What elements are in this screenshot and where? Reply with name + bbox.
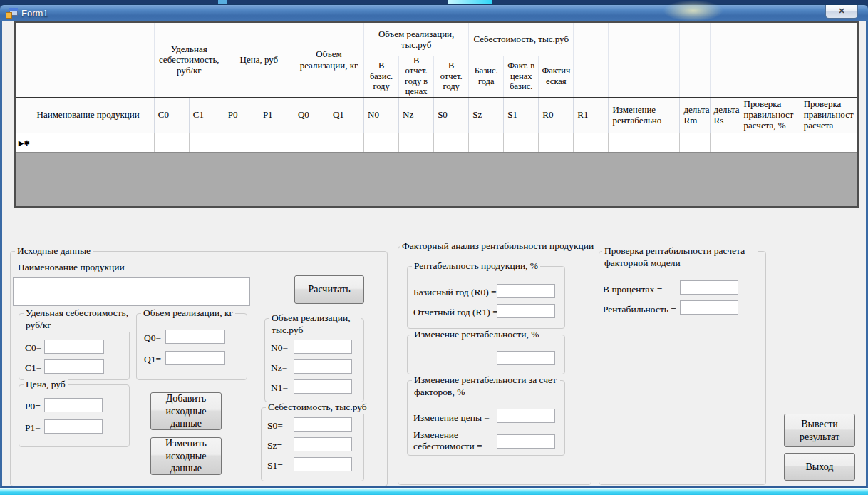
groupbox-izmenenie-rentabelnosti: Изменение рентабельности, % <box>407 335 565 374</box>
groupbox-faktorny: Факторный анализ рентабильности продукци… <box>398 246 591 485</box>
izmenenie-sebestoimosti-input[interactable] <box>497 434 555 449</box>
col-header-p1[interactable]: P1 <box>259 98 294 133</box>
col-header-delta-rm[interactable]: дельта Rm <box>680 98 710 133</box>
subheader-bazis-godu: В базис. году <box>364 56 399 98</box>
subheader-fakticheskaya: Фактич еская <box>539 56 574 98</box>
groupbox-obem-kg: Объем реализации, кг Q0= Q1= <box>136 313 247 380</box>
grid-header-empty <box>740 23 800 98</box>
grid-cell-selected[interactable] <box>33 133 154 153</box>
groupbox-iskhodnye-legend: Исходные данные <box>15 245 93 257</box>
r1-result-input[interactable] <box>497 304 555 318</box>
groupbox-obem-kg-legend: Объем реализации, кг <box>141 307 235 320</box>
groupbox-izmenenie-legend: Изменение рентабельности, % <box>412 329 541 341</box>
form-body: Удельная себестоимость, руб/кг Цена, руб… <box>0 21 868 488</box>
col-header-r1[interactable]: R1 <box>574 98 609 133</box>
col-header-s0[interactable]: S0 <box>434 98 469 133</box>
col-header-proverka[interactable]: Проверка правильност расчета <box>800 98 857 133</box>
r0-result-input[interactable] <box>497 284 555 298</box>
col-header-delta-rs[interactable]: дельта Rs <box>710 98 740 133</box>
grid-cell[interactable] <box>800 133 857 153</box>
n1-input[interactable] <box>294 379 352 394</box>
window-title: Form1 <box>21 8 48 19</box>
s1-input[interactable] <box>294 457 352 471</box>
n0-input[interactable] <box>294 340 352 354</box>
groupbox-cena: Цена, руб P0= P1= <box>19 384 130 447</box>
izmenenie-rentabelnosti-input[interactable] <box>497 351 555 365</box>
subheader-otchet-godu: В отчет. году <box>434 56 469 98</box>
form-icon-square <box>6 12 12 19</box>
groupbox-sebestoimost: Себестоимость, тыс.руб S0= Sz= S1= <box>261 407 364 481</box>
p1-label: P1= <box>25 422 41 434</box>
rentabilnost-input[interactable] <box>680 300 738 315</box>
col-header-q0[interactable]: Q0 <box>294 98 329 133</box>
grid-cell[interactable] <box>680 133 710 153</box>
titlebar[interactable]: Form1 ✕ <box>0 4 868 21</box>
grid-cell[interactable] <box>154 133 189 153</box>
grid-cell[interactable] <box>740 133 800 153</box>
col-header-sz[interactable]: Sz <box>469 98 504 133</box>
grid-cell[interactable] <box>434 133 469 153</box>
groupbox-za-schet-legend: Изменение рентабельности за счет факторо… <box>412 374 560 399</box>
col-header-c1[interactable]: C1 <box>189 98 224 133</box>
s0-label: S0= <box>267 420 283 432</box>
subheader-otchet-godu-cenah: В отчет. году в ценах <box>399 56 434 98</box>
grid-cell[interactable] <box>189 133 224 153</box>
col-header-s1[interactable]: S1 <box>504 98 539 133</box>
naimenovanie-input[interactable] <box>13 277 250 306</box>
nz-label: Nz= <box>271 362 287 374</box>
subheader-bazis-goda: Базис. года <box>469 56 504 98</box>
dobavit-button[interactable]: Добавить исходные данные <box>150 392 222 430</box>
col-header-izmenenie[interactable]: Изменение рентабельно <box>609 98 680 133</box>
col-header-c0[interactable]: C0 <box>154 98 189 133</box>
new-row-marker[interactable]: ▶✱ <box>16 133 33 153</box>
grid-cell[interactable] <box>574 133 609 153</box>
col-header-n0[interactable]: N0 <box>364 98 399 133</box>
grid-cell[interactable] <box>469 133 504 153</box>
q1-input[interactable] <box>165 351 225 365</box>
nz-input[interactable] <box>294 359 352 374</box>
col-header-name[interactable]: Наименование продукции <box>33 98 154 133</box>
col-header-p0[interactable]: P0 <box>224 98 259 133</box>
q0-input[interactable] <box>165 330 225 344</box>
vyvesti-rezultat-button[interactable]: Вывести результат <box>784 414 855 447</box>
izmenit-button[interactable]: Изменить исходные данные <box>150 437 222 475</box>
col-header-q1[interactable]: Q1 <box>329 98 363 133</box>
v-procentah-input[interactable] <box>680 280 738 295</box>
izmenenie-ceny-input[interactable] <box>497 409 555 423</box>
grid-cell[interactable] <box>259 133 294 153</box>
grid-cell[interactable] <box>539 133 574 153</box>
q0-label: Q0= <box>144 332 161 344</box>
groupbox-obem-tys-legend: Объем реализации, тыс.руб <box>269 312 361 337</box>
c1-input[interactable] <box>44 359 104 374</box>
groupbox-faktorny-legend: Факторный анализ рентабильности продукци… <box>400 240 596 252</box>
c0-input[interactable] <box>44 340 104 354</box>
groupbox-sebestoimost-legend: Себестоимость, тыс.руб <box>266 402 369 414</box>
subheader-fakt-cenah: Факт. в ценах базис. <box>504 56 539 98</box>
close-icon[interactable]: ✕ <box>825 5 858 19</box>
grid-cell[interactable] <box>294 133 329 153</box>
p1-input[interactable] <box>44 419 103 434</box>
grid-cell[interactable] <box>224 133 259 153</box>
col-header-proverka-pct[interactable]: Проверка правильност расчета, % <box>740 98 800 133</box>
col-header-r0[interactable]: R0 <box>539 98 574 133</box>
grid-cell[interactable] <box>710 133 740 153</box>
grid-cell[interactable] <box>399 133 434 153</box>
grid-cell[interactable] <box>364 133 399 153</box>
vykhod-button[interactable]: Выход <box>784 453 855 481</box>
sz-label: Sz= <box>267 440 282 451</box>
sz-input[interactable] <box>294 437 352 451</box>
c1-label: C1= <box>25 362 41 374</box>
s1-label: S1= <box>267 460 283 471</box>
grid-cell[interactable] <box>329 133 363 153</box>
p0-input[interactable] <box>44 398 103 412</box>
raschitat-button[interactable]: Расчитать <box>294 275 364 304</box>
groupbox-rentabelnost: Рентабельность продукции, % Базисный год… <box>407 266 565 329</box>
grid-cell[interactable] <box>504 133 539 153</box>
col-header-nz[interactable]: Nz <box>399 98 434 133</box>
groupbox-obem-tys: Объем реализации, тыс.руб N0= Nz= N1= <box>264 318 364 402</box>
data-grid[interactable]: Удельная себестоимость, руб/кг Цена, руб… <box>14 21 859 208</box>
grid-cell[interactable] <box>609 133 680 153</box>
groupbox-udelnaya-legend: Удельная себестоимость, руб/кг <box>24 307 134 332</box>
group-header-cena: Цена, руб <box>224 23 294 98</box>
s0-input[interactable] <box>294 417 352 432</box>
